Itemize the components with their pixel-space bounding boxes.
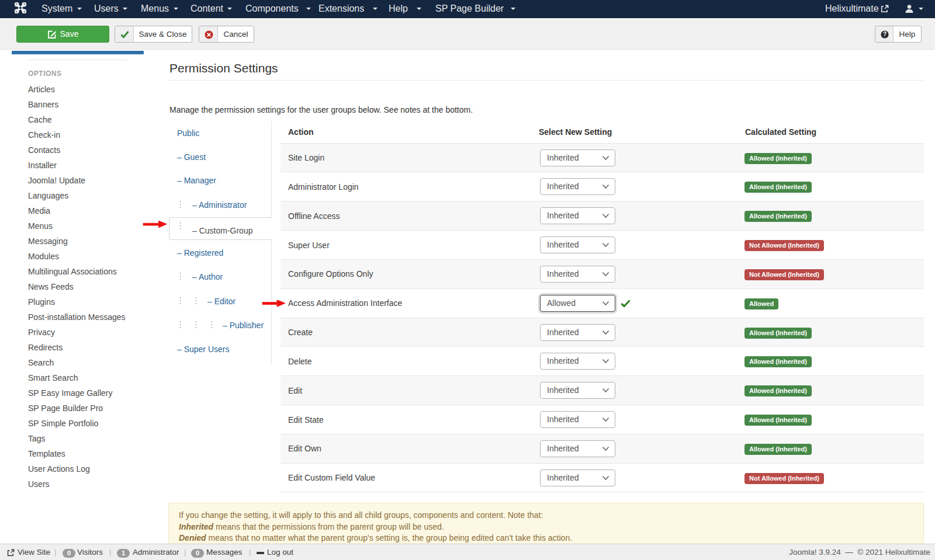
svg-text:?: ?	[883, 31, 886, 37]
